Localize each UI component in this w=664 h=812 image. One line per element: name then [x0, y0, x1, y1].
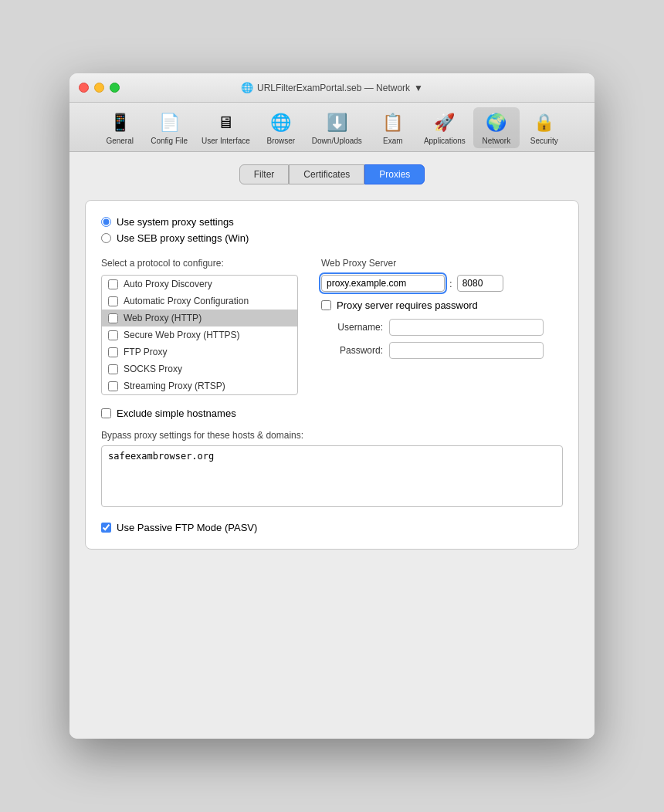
protocol-web-https-label: Secure Web Proxy (HTTPS) [124, 330, 239, 340]
proxy-requires-password-row: Proxy server requires password [321, 299, 563, 311]
protocol-ftp-proxy-label: FTP Proxy [124, 347, 167, 357]
radio-system-proxy[interactable]: Use system proxy settings [101, 216, 563, 228]
tab-filter[interactable]: Filter [239, 164, 290, 184]
title-globe-icon: 🌐 [241, 82, 253, 93]
protocol-server-row: Select a protocol to configure: Auto Pro… [101, 258, 563, 395]
close-button[interactable] [79, 83, 89, 93]
protocol-web-http-label: Web Proxy (HTTP) [124, 313, 202, 323]
toolbar: 📱 General 📄 Config File 🖥 User Interface… [69, 103, 595, 152]
toolbar-item-browser[interactable]: 🌐 Browser [258, 107, 304, 148]
toolbar-item-applications[interactable]: 🚀 Applications [418, 107, 472, 148]
proxy-host-input[interactable] [321, 275, 445, 292]
toolbar-label-applications: Applications [424, 137, 466, 145]
radio-seb-proxy-label: Use SEB proxy settings (Win) [117, 232, 249, 244]
window-title: 🌐 URLFilterExamPortal.seb — Network ▼ [241, 82, 423, 93]
toolbar-label-browser: Browser [266, 137, 295, 145]
toolbar-label-user-interface: User Interface [202, 137, 250, 145]
exclude-row: Exclude simple hostnames [101, 408, 563, 419]
toolbar-label-security: Security [530, 137, 558, 145]
toolbar-label-exam: Exam [383, 137, 403, 145]
radio-seb-proxy[interactable]: Use SEB proxy settings (Win) [101, 232, 563, 244]
exclude-simple-checkbox[interactable] [101, 408, 111, 418]
titlebar: 🌐 URLFilterExamPortal.seb — Network ▼ [69, 73, 595, 103]
user-interface-icon: 🖥 [213, 110, 238, 135]
proxy-server-section: Web Proxy Server : Proxy server requires… [321, 258, 563, 395]
security-icon: 🔒 [532, 110, 557, 135]
exclude-simple-label: Exclude simple hostnames [117, 408, 236, 419]
network-icon: 🌍 [484, 110, 509, 135]
protocol-section-label: Select a protocol to configure: [101, 258, 298, 269]
username-label: Username: [321, 322, 383, 333]
bypass-section: Bypass proxy settings for these hosts & … [101, 430, 563, 509]
dropdown-arrow-icon[interactable]: ▼ [414, 83, 423, 93]
proxy-port-input[interactable] [457, 275, 503, 292]
protocol-auto-discovery[interactable]: Auto Proxy Discovery [102, 276, 297, 293]
protocol-auto-config-label: Automatic Proxy Configuration [124, 296, 249, 306]
protocol-socks-proxy[interactable]: SOCKS Proxy [102, 360, 297, 377]
traffic-lights [79, 83, 120, 93]
toolbar-item-exam[interactable]: 📋 Exam [370, 107, 416, 148]
password-row: Password: [321, 342, 563, 359]
ftp-passive-label: Use Passive FTP Mode (PASV) [117, 522, 257, 533]
bypass-label: Bypass proxy settings for these hosts & … [101, 430, 563, 441]
toolbar-label-general: General [106, 137, 134, 145]
protocol-section: Select a protocol to configure: Auto Pro… [101, 258, 298, 395]
down-uploads-icon: ⬇️ [324, 110, 349, 135]
protocol-socks-proxy-label: SOCKS Proxy [124, 364, 182, 374]
proxy-mode-radio-group: Use system proxy settings Use SEB proxy … [101, 216, 563, 244]
main-window: 🌐 URLFilterExamPortal.seb — Network ▼ 📱 … [69, 73, 595, 739]
proxies-panel: Use system proxy settings Use SEB proxy … [85, 200, 579, 550]
password-input[interactable] [389, 342, 544, 359]
protocol-streaming-proxy[interactable]: Streaming Proxy (RTSP) [102, 377, 297, 394]
toolbar-item-security[interactable]: 🔒 Security [521, 107, 567, 148]
toolbar-item-config-file[interactable]: 📄 Config File [144, 107, 194, 148]
tab-proxies[interactable]: Proxies [364, 164, 425, 184]
tab-bar: Filter Certificates Proxies [85, 164, 579, 184]
toolbar-label-config-file: Config File [151, 137, 188, 145]
toolbar-label-network: Network [482, 137, 510, 145]
protocol-auto-discovery-label: Auto Proxy Discovery [124, 279, 212, 289]
tab-certificates[interactable]: Certificates [289, 164, 364, 184]
protocol-auto-config[interactable]: Automatic Proxy Configuration [102, 293, 297, 310]
config-file-icon: 📄 [157, 110, 181, 135]
username-row: Username: [321, 319, 563, 336]
ftp-passive-row: Use Passive FTP Mode (PASV) [101, 522, 563, 533]
toolbar-item-user-interface[interactable]: 🖥 User Interface [195, 107, 256, 148]
protocol-web-http[interactable]: Web Proxy (HTTP) [102, 310, 297, 326]
minimize-button[interactable] [94, 83, 104, 93]
proxy-requires-password-checkbox[interactable] [321, 300, 331, 310]
proxy-server-row: : [321, 275, 563, 292]
toolbar-item-general[interactable]: 📱 General [97, 107, 143, 148]
general-icon: 📱 [107, 110, 132, 135]
toolbar-label-down-uploads: Down/Uploads [312, 137, 362, 145]
exam-icon: 📋 [381, 110, 405, 135]
maximize-button[interactable] [110, 83, 120, 93]
protocol-list: Auto Proxy Discovery Automatic Proxy Con… [101, 275, 298, 395]
proxy-requires-password-label: Proxy server requires password [337, 299, 478, 311]
password-label: Password: [321, 345, 383, 356]
protocol-streaming-proxy-label: Streaming Proxy (RTSP) [124, 381, 225, 391]
username-input[interactable] [389, 319, 544, 336]
content-area: Filter Certificates Proxies Use system p… [69, 152, 595, 739]
ftp-passive-checkbox[interactable] [101, 523, 111, 533]
protocol-ftp-proxy[interactable]: FTP Proxy [102, 343, 297, 360]
toolbar-item-network[interactable]: 🌍 Network [473, 107, 520, 148]
bypass-textarea[interactable]: safeexambrowser.org [101, 445, 563, 507]
protocol-web-https[interactable]: Secure Web Proxy (HTTPS) [102, 326, 297, 343]
colon-separator: : [449, 278, 452, 289]
toolbar-item-down-uploads[interactable]: ⬇️ Down/Uploads [306, 107, 368, 148]
browser-icon: 🌐 [269, 110, 293, 135]
applications-icon: 🚀 [432, 110, 457, 135]
radio-system-proxy-label: Use system proxy settings [117, 216, 234, 228]
web-proxy-server-label: Web Proxy Server [321, 258, 563, 269]
